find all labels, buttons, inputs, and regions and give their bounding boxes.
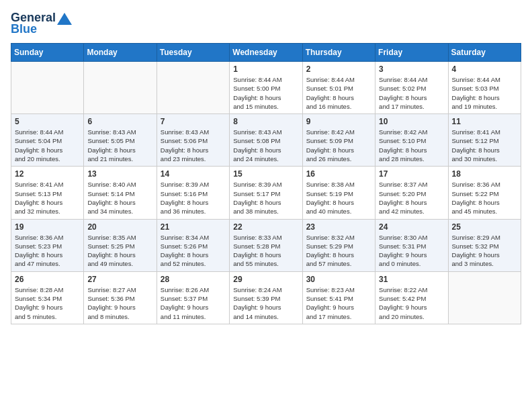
day-number: 27 [87, 275, 152, 284]
calendar-cell: 25Sunrise: 8:29 AM Sunset: 5:32 PM Dayli… [448, 219, 521, 271]
day-header-saturday: Saturday [448, 44, 521, 62]
day-header-wednesday: Wednesday [230, 44, 302, 62]
day-info: Sunrise: 8:26 AM Sunset: 5:37 PM Dayligh… [161, 285, 226, 321]
day-number: 21 [161, 222, 226, 232]
page-header: General Blue [11, 11, 521, 36]
calendar-cell: 7Sunrise: 8:43 AM Sunset: 5:06 PM Daylig… [157, 114, 229, 167]
calendar-cell: 1Sunrise: 8:44 AM Sunset: 5:00 PM Daylig… [230, 62, 302, 114]
calendar-cell: 10Sunrise: 8:42 AM Sunset: 5:10 PM Dayli… [375, 114, 448, 167]
logo-icon [57, 13, 72, 25]
day-info: Sunrise: 8:22 AM Sunset: 5:42 PM Dayligh… [379, 285, 444, 321]
calendar-cell: 22Sunrise: 8:33 AM Sunset: 5:28 PM Dayli… [230, 219, 302, 271]
calendar-cell: 29Sunrise: 8:24 AM Sunset: 5:39 PM Dayli… [230, 271, 302, 324]
day-info: Sunrise: 8:41 AM Sunset: 5:12 PM Dayligh… [452, 128, 517, 163]
day-info: Sunrise: 8:44 AM Sunset: 5:04 PM Dayligh… [15, 128, 80, 163]
calendar-cell: 30Sunrise: 8:23 AM Sunset: 5:41 PM Dayli… [302, 271, 375, 324]
logo: General Blue [11, 11, 72, 36]
calendar-cell: 18Sunrise: 8:36 AM Sunset: 5:22 PM Dayli… [448, 167, 521, 219]
day-header-thursday: Thursday [302, 44, 375, 62]
day-number: 5 [15, 117, 80, 126]
day-header-friday: Friday [375, 44, 448, 62]
day-info: Sunrise: 8:29 AM Sunset: 5:32 PM Dayligh… [452, 233, 517, 269]
day-info: Sunrise: 8:34 AM Sunset: 5:26 PM Dayligh… [161, 233, 226, 269]
day-number: 3 [379, 64, 444, 74]
day-info: Sunrise: 8:38 AM Sunset: 5:19 PM Dayligh… [306, 180, 371, 216]
calendar-cell: 2Sunrise: 8:44 AM Sunset: 5:01 PM Daylig… [302, 62, 375, 114]
calendar-cell: 23Sunrise: 8:32 AM Sunset: 5:29 PM Dayli… [302, 219, 375, 271]
day-number: 28 [161, 275, 226, 284]
calendar-cell: 12Sunrise: 8:41 AM Sunset: 5:13 PM Dayli… [11, 167, 84, 219]
day-info: Sunrise: 8:32 AM Sunset: 5:29 PM Dayligh… [306, 233, 371, 269]
calendar-cell: 13Sunrise: 8:40 AM Sunset: 5:14 PM Dayli… [84, 167, 157, 219]
calendar-cell: 19Sunrise: 8:36 AM Sunset: 5:23 PM Dayli… [11, 219, 84, 271]
week-row-2: 5Sunrise: 8:44 AM Sunset: 5:04 PM Daylig… [11, 114, 521, 167]
day-number: 7 [161, 117, 226, 126]
day-info: Sunrise: 8:43 AM Sunset: 5:06 PM Dayligh… [161, 128, 226, 163]
calendar-cell: 11Sunrise: 8:41 AM Sunset: 5:12 PM Dayli… [448, 114, 521, 167]
calendar-cell: 17Sunrise: 8:37 AM Sunset: 5:20 PM Dayli… [375, 167, 448, 219]
day-number: 6 [87, 117, 152, 126]
day-info: Sunrise: 8:35 AM Sunset: 5:25 PM Dayligh… [87, 233, 152, 269]
calendar-cell: 8Sunrise: 8:43 AM Sunset: 5:08 PM Daylig… [230, 114, 302, 167]
calendar-cell: 27Sunrise: 8:27 AM Sunset: 5:36 PM Dayli… [84, 271, 157, 324]
day-number: 13 [87, 169, 152, 179]
calendar-cell: 14Sunrise: 8:39 AM Sunset: 5:16 PM Dayli… [157, 167, 229, 219]
day-info: Sunrise: 8:28 AM Sunset: 5:34 PM Dayligh… [15, 285, 80, 321]
day-number: 18 [452, 169, 517, 179]
day-number: 24 [379, 222, 444, 232]
calendar-cell: 6Sunrise: 8:43 AM Sunset: 5:05 PM Daylig… [84, 114, 157, 167]
day-number: 30 [306, 275, 371, 284]
day-number: 22 [233, 222, 298, 232]
day-header-monday: Monday [84, 44, 157, 62]
day-info: Sunrise: 8:44 AM Sunset: 5:03 PM Dayligh… [452, 75, 517, 111]
day-info: Sunrise: 8:33 AM Sunset: 5:28 PM Dayligh… [233, 233, 298, 269]
calendar-cell [11, 62, 84, 114]
day-info: Sunrise: 8:43 AM Sunset: 5:05 PM Dayligh… [87, 128, 152, 163]
day-info: Sunrise: 8:42 AM Sunset: 5:10 PM Dayligh… [379, 128, 444, 163]
calendar-cell [84, 62, 157, 114]
calendar-cell: 20Sunrise: 8:35 AM Sunset: 5:25 PM Dayli… [84, 219, 157, 271]
day-number: 15 [233, 169, 298, 179]
day-number: 31 [379, 275, 444, 284]
calendar-cell: 4Sunrise: 8:44 AM Sunset: 5:03 PM Daylig… [448, 62, 521, 114]
day-info: Sunrise: 8:39 AM Sunset: 5:17 PM Dayligh… [233, 180, 298, 216]
calendar-cell: 26Sunrise: 8:28 AM Sunset: 5:34 PM Dayli… [11, 271, 84, 324]
day-number: 11 [452, 117, 517, 126]
day-info: Sunrise: 8:36 AM Sunset: 5:22 PM Dayligh… [452, 180, 517, 216]
day-info: Sunrise: 8:23 AM Sunset: 5:41 PM Dayligh… [306, 285, 371, 321]
day-number: 14 [161, 169, 226, 179]
svg-marker-0 [57, 13, 72, 25]
calendar-cell: 15Sunrise: 8:39 AM Sunset: 5:17 PM Dayli… [230, 167, 302, 219]
calendar-cell: 21Sunrise: 8:34 AM Sunset: 5:26 PM Dayli… [157, 219, 229, 271]
week-row-4: 19Sunrise: 8:36 AM Sunset: 5:23 PM Dayli… [11, 219, 521, 271]
day-info: Sunrise: 8:37 AM Sunset: 5:20 PM Dayligh… [379, 180, 444, 216]
day-info: Sunrise: 8:41 AM Sunset: 5:13 PM Dayligh… [15, 180, 80, 216]
day-info: Sunrise: 8:44 AM Sunset: 5:02 PM Dayligh… [379, 75, 444, 111]
day-number: 12 [15, 169, 80, 179]
day-info: Sunrise: 8:27 AM Sunset: 5:36 PM Dayligh… [87, 285, 152, 321]
day-info: Sunrise: 8:43 AM Sunset: 5:08 PM Dayligh… [233, 128, 298, 163]
calendar-cell: 31Sunrise: 8:22 AM Sunset: 5:42 PM Dayli… [375, 271, 448, 324]
week-row-3: 12Sunrise: 8:41 AM Sunset: 5:13 PM Dayli… [11, 167, 521, 219]
day-number: 10 [379, 117, 444, 126]
logo-blue: Blue [11, 22, 37, 36]
day-number: 9 [306, 117, 371, 126]
day-number: 20 [87, 222, 152, 232]
day-header-tuesday: Tuesday [157, 44, 229, 62]
day-number: 25 [452, 222, 517, 232]
day-info: Sunrise: 8:40 AM Sunset: 5:14 PM Dayligh… [87, 180, 152, 216]
week-row-1: 1Sunrise: 8:44 AM Sunset: 5:00 PM Daylig… [11, 62, 521, 114]
calendar-table: SundayMondayTuesdayWednesdayThursdayFrid… [11, 43, 521, 324]
day-number: 17 [379, 169, 444, 179]
day-number: 1 [233, 64, 298, 74]
day-info: Sunrise: 8:24 AM Sunset: 5:39 PM Dayligh… [233, 285, 298, 321]
day-number: 26 [15, 275, 80, 284]
week-row-5: 26Sunrise: 8:28 AM Sunset: 5:34 PM Dayli… [11, 271, 521, 324]
day-info: Sunrise: 8:30 AM Sunset: 5:31 PM Dayligh… [379, 233, 444, 269]
calendar-cell: 9Sunrise: 8:42 AM Sunset: 5:09 PM Daylig… [302, 114, 375, 167]
day-number: 16 [306, 169, 371, 179]
calendar-cell [157, 62, 229, 114]
calendar-cell [448, 271, 521, 324]
day-number: 8 [233, 117, 298, 126]
day-info: Sunrise: 8:39 AM Sunset: 5:16 PM Dayligh… [161, 180, 226, 216]
